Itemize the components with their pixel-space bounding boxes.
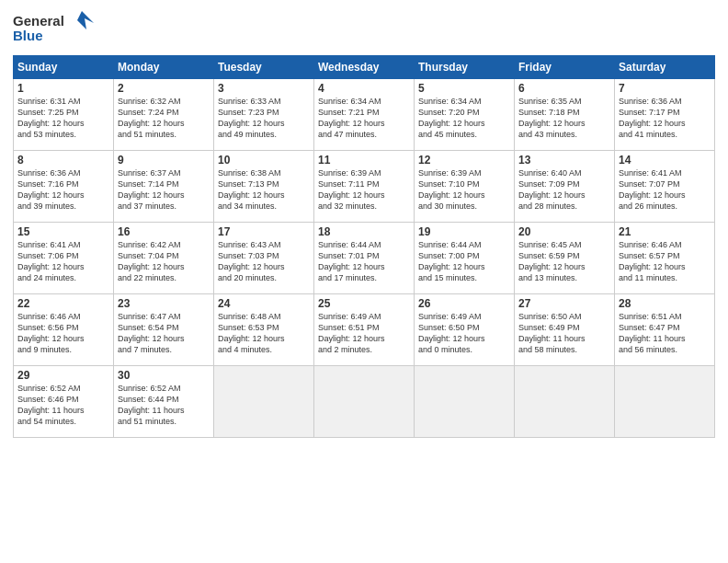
- day-number: 23: [118, 297, 210, 310]
- weekday-sunday: Sunday: [14, 56, 114, 79]
- day-detail: Sunrise: 6:51 AM Sunset: 6:47 PM Dayligh…: [619, 311, 711, 356]
- day-number: 30: [118, 369, 210, 382]
- day-cell-16: 16Sunrise: 6:42 AM Sunset: 7:04 PM Dayli…: [114, 223, 214, 294]
- week-row-3: 15Sunrise: 6:41 AM Sunset: 7:06 PM Dayli…: [14, 223, 715, 294]
- day-detail: Sunrise: 6:49 AM Sunset: 6:50 PM Dayligh…: [418, 311, 510, 356]
- day-number: 10: [218, 154, 310, 167]
- day-number: 20: [518, 225, 610, 238]
- day-cell-6: 6Sunrise: 6:35 AM Sunset: 7:18 PM Daylig…: [515, 79, 615, 151]
- day-number: 21: [619, 225, 711, 238]
- day-number: 6: [518, 82, 610, 95]
- day-number: 19: [418, 225, 510, 238]
- day-detail: Sunrise: 6:41 AM Sunset: 7:06 PM Dayligh…: [17, 239, 109, 284]
- day-detail: Sunrise: 6:45 AM Sunset: 6:59 PM Dayligh…: [518, 239, 610, 284]
- day-detail: Sunrise: 6:44 AM Sunset: 7:00 PM Dayligh…: [418, 239, 510, 284]
- day-cell-15: 15Sunrise: 6:41 AM Sunset: 7:06 PM Dayli…: [14, 223, 114, 294]
- day-cell-14: 14Sunrise: 6:41 AM Sunset: 7:07 PM Dayli…: [615, 151, 715, 223]
- calendar-container: General Blue SundayMondayTuesdayWednesda…: [0, 0, 728, 563]
- day-detail: Sunrise: 6:40 AM Sunset: 7:09 PM Dayligh…: [518, 167, 610, 213]
- day-detail: Sunrise: 6:39 AM Sunset: 7:11 PM Dayligh…: [318, 167, 410, 213]
- day-number: 18: [318, 225, 410, 238]
- day-detail: Sunrise: 6:39 AM Sunset: 7:10 PM Dayligh…: [418, 167, 510, 213]
- day-number: 3: [218, 82, 310, 95]
- day-cell-24: 24Sunrise: 6:48 AM Sunset: 6:53 PM Dayli…: [214, 294, 314, 366]
- day-cell-27: 27Sunrise: 6:50 AM Sunset: 6:49 PM Dayli…: [515, 294, 615, 366]
- day-detail: Sunrise: 6:43 AM Sunset: 7:03 PM Dayligh…: [218, 239, 310, 284]
- day-number: 26: [418, 297, 510, 310]
- day-number: 12: [418, 154, 510, 167]
- day-cell-11: 11Sunrise: 6:39 AM Sunset: 7:11 PM Dayli…: [314, 151, 415, 223]
- svg-marker-2: [77, 11, 94, 29]
- day-cell-22: 22Sunrise: 6:46 AM Sunset: 6:56 PM Dayli…: [14, 294, 114, 366]
- day-number: 14: [619, 154, 711, 167]
- day-number: 24: [218, 297, 310, 310]
- day-detail: Sunrise: 6:52 AM Sunset: 6:46 PM Dayligh…: [17, 383, 109, 428]
- weekday-tuesday: Tuesday: [214, 56, 314, 79]
- day-detail: Sunrise: 6:46 AM Sunset: 6:57 PM Dayligh…: [619, 239, 711, 284]
- empty-cell: [515, 366, 615, 438]
- day-detail: Sunrise: 6:31 AM Sunset: 7:25 PM Dayligh…: [17, 96, 109, 141]
- day-detail: Sunrise: 6:41 AM Sunset: 7:07 PM Dayligh…: [619, 167, 711, 213]
- svg-text:General: General: [13, 13, 64, 29]
- day-number: 2: [118, 82, 210, 95]
- day-cell-25: 25Sunrise: 6:49 AM Sunset: 6:51 PM Dayli…: [314, 294, 415, 366]
- day-cell-8: 8Sunrise: 6:36 AM Sunset: 7:16 PM Daylig…: [14, 151, 114, 223]
- day-cell-17: 17Sunrise: 6:43 AM Sunset: 7:03 PM Dayli…: [214, 223, 314, 294]
- weekday-saturday: Saturday: [615, 56, 715, 79]
- day-detail: Sunrise: 6:44 AM Sunset: 7:01 PM Dayligh…: [318, 239, 410, 284]
- day-detail: Sunrise: 6:38 AM Sunset: 7:13 PM Dayligh…: [218, 167, 310, 213]
- day-cell-23: 23Sunrise: 6:47 AM Sunset: 6:54 PM Dayli…: [114, 294, 214, 366]
- empty-cell: [214, 366, 314, 438]
- day-number: 11: [318, 154, 410, 167]
- header: General Blue: [13, 9, 715, 48]
- day-cell-30: 30Sunrise: 6:52 AM Sunset: 6:44 PM Dayli…: [114, 366, 214, 438]
- day-number: 8: [17, 154, 109, 167]
- day-cell-12: 12Sunrise: 6:39 AM Sunset: 7:10 PM Dayli…: [415, 151, 515, 223]
- day-number: 22: [17, 297, 109, 310]
- empty-cell: [314, 366, 415, 438]
- day-detail: Sunrise: 6:52 AM Sunset: 6:44 PM Dayligh…: [118, 383, 210, 428]
- day-number: 15: [17, 225, 109, 238]
- day-cell-2: 2Sunrise: 6:32 AM Sunset: 7:24 PM Daylig…: [114, 79, 214, 151]
- day-cell-1: 1Sunrise: 6:31 AM Sunset: 7:25 PM Daylig…: [14, 79, 114, 151]
- day-detail: Sunrise: 6:34 AM Sunset: 7:20 PM Dayligh…: [418, 96, 510, 141]
- day-cell-7: 7Sunrise: 6:36 AM Sunset: 7:17 PM Daylig…: [615, 79, 715, 151]
- day-cell-28: 28Sunrise: 6:51 AM Sunset: 6:47 PM Dayli…: [615, 294, 715, 366]
- empty-cell: [415, 366, 515, 438]
- day-number: 29: [17, 369, 109, 382]
- day-cell-26: 26Sunrise: 6:49 AM Sunset: 6:50 PM Dayli…: [415, 294, 515, 366]
- day-number: 27: [518, 297, 610, 310]
- day-detail: Sunrise: 6:46 AM Sunset: 6:56 PM Dayligh…: [17, 311, 109, 356]
- day-detail: Sunrise: 6:50 AM Sunset: 6:49 PM Dayligh…: [518, 311, 610, 356]
- day-detail: Sunrise: 6:37 AM Sunset: 7:14 PM Dayligh…: [118, 167, 210, 213]
- weekday-monday: Monday: [114, 56, 214, 79]
- day-detail: Sunrise: 6:49 AM Sunset: 6:51 PM Dayligh…: [318, 311, 410, 356]
- day-detail: Sunrise: 6:36 AM Sunset: 7:17 PM Dayligh…: [619, 96, 711, 141]
- day-detail: Sunrise: 6:32 AM Sunset: 7:24 PM Dayligh…: [118, 96, 210, 141]
- empty-cell: [615, 366, 715, 438]
- day-detail: Sunrise: 6:33 AM Sunset: 7:23 PM Dayligh…: [218, 96, 310, 141]
- day-cell-20: 20Sunrise: 6:45 AM Sunset: 6:59 PM Dayli…: [515, 223, 615, 294]
- day-detail: Sunrise: 6:35 AM Sunset: 7:18 PM Dayligh…: [518, 96, 610, 141]
- day-number: 9: [118, 154, 210, 167]
- day-cell-3: 3Sunrise: 6:33 AM Sunset: 7:23 PM Daylig…: [214, 79, 314, 151]
- day-cell-4: 4Sunrise: 6:34 AM Sunset: 7:21 PM Daylig…: [314, 79, 415, 151]
- day-number: 1: [17, 82, 109, 95]
- day-number: 7: [619, 82, 711, 95]
- day-number: 4: [318, 82, 410, 95]
- weekday-header-row: SundayMondayTuesdayWednesdayThursdayFrid…: [14, 56, 715, 79]
- day-detail: Sunrise: 6:34 AM Sunset: 7:21 PM Dayligh…: [318, 96, 410, 141]
- week-row-5: 29Sunrise: 6:52 AM Sunset: 6:46 PM Dayli…: [14, 366, 715, 438]
- day-detail: Sunrise: 6:47 AM Sunset: 6:54 PM Dayligh…: [118, 311, 210, 356]
- day-cell-13: 13Sunrise: 6:40 AM Sunset: 7:09 PM Dayli…: [515, 151, 615, 223]
- day-number: 17: [218, 225, 310, 238]
- day-detail: Sunrise: 6:48 AM Sunset: 6:53 PM Dayligh…: [218, 311, 310, 356]
- weekday-thursday: Thursday: [415, 56, 515, 79]
- week-row-4: 22Sunrise: 6:46 AM Sunset: 6:56 PM Dayli…: [14, 294, 715, 366]
- week-row-2: 8Sunrise: 6:36 AM Sunset: 7:16 PM Daylig…: [14, 151, 715, 223]
- day-cell-10: 10Sunrise: 6:38 AM Sunset: 7:13 PM Dayli…: [214, 151, 314, 223]
- day-number: 5: [418, 82, 510, 95]
- day-cell-19: 19Sunrise: 6:44 AM Sunset: 7:00 PM Dayli…: [415, 223, 515, 294]
- day-cell-5: 5Sunrise: 6:34 AM Sunset: 7:20 PM Daylig…: [415, 79, 515, 151]
- day-cell-18: 18Sunrise: 6:44 AM Sunset: 7:01 PM Dayli…: [314, 223, 415, 294]
